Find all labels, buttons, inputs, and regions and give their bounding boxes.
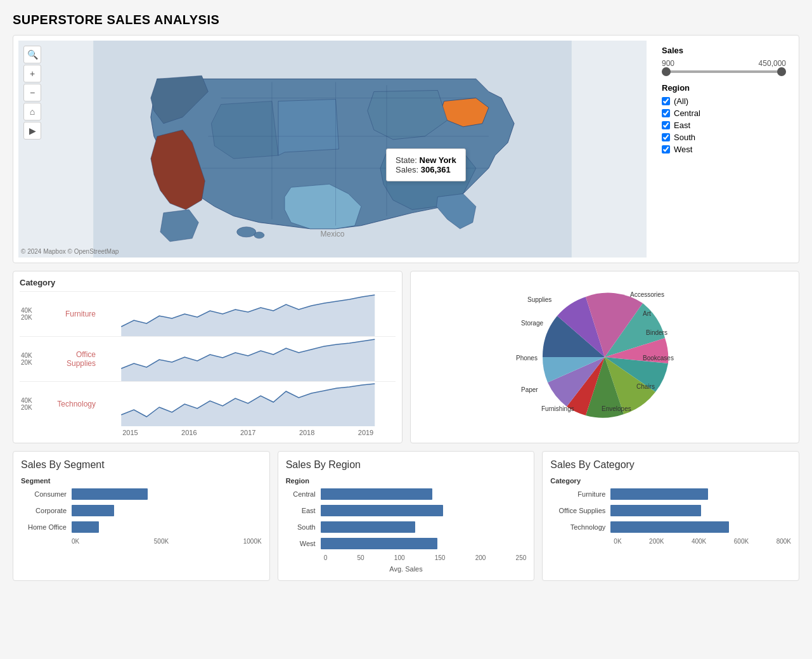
furniture-sparkline bbox=[101, 292, 396, 336]
segment-bar-fill-2 bbox=[72, 521, 99, 533]
category-bar-fill-0 bbox=[610, 488, 708, 500]
sales-slider-right-thumb[interactable] bbox=[777, 67, 786, 76]
region-checkbox-All[interactable] bbox=[662, 97, 670, 105]
category-x-labels: 2015 2016 2017 2018 2019 bbox=[20, 429, 396, 436]
region-checkbox-item-0: (All) bbox=[662, 96, 786, 106]
tech-sparkline bbox=[101, 382, 396, 426]
segment-chart-title: Sales By Segment bbox=[21, 459, 262, 471]
map-copyright: © 2024 Mapbox © OpenStreetMap bbox=[21, 248, 119, 255]
tech-label: Technology bbox=[44, 400, 101, 408]
furniture-y-bot: 20K bbox=[21, 314, 42, 321]
region-checkbox-item-1: Central bbox=[662, 108, 786, 118]
region-bar-row-1: East bbox=[286, 505, 527, 516]
x-label-2018: 2018 bbox=[299, 429, 314, 436]
region-checkbox-item-4: West bbox=[662, 145, 786, 154]
segment-bar-fill-1 bbox=[72, 505, 114, 516]
segment-bar-fill-0 bbox=[72, 488, 148, 500]
svg-point-2 bbox=[237, 227, 256, 237]
region-bar-label-3: West bbox=[286, 540, 321, 547]
pie-label-phones: Phones bbox=[516, 355, 538, 362]
filter-panel: Sales 900 450,000 Region (All)CentralEas… bbox=[654, 41, 794, 258]
tooltip-state-label: State: bbox=[396, 155, 417, 165]
tooltip-sales-value: 306,361 bbox=[421, 165, 451, 174]
sales-slider-left-thumb[interactable] bbox=[662, 67, 671, 76]
home-button[interactable]: ⌂ bbox=[23, 103, 41, 121]
region-bar-fill-2 bbox=[321, 521, 416, 533]
search-button[interactable]: 🔍 bbox=[23, 46, 41, 63]
map-controls: 🔍 + − ⌂ ▶ bbox=[23, 46, 41, 140]
map-mexico-label: Mexico bbox=[320, 230, 344, 238]
sparkline-furniture-row: 40K 20K Furniture bbox=[20, 291, 396, 336]
map-container: 🔍 + − ⌂ ▶ bbox=[18, 41, 647, 258]
pie-chart-wrapper: Accessories Art Binders Bookcases Chairs… bbox=[459, 284, 751, 430]
region-bar-label-2: South bbox=[286, 523, 321, 531]
pie-label-paper: Paper bbox=[521, 386, 538, 393]
svg-point-3 bbox=[254, 232, 264, 238]
segment-bar-row-2: Home Office bbox=[21, 521, 262, 533]
map-tooltip: State: New York Sales: 306,361 bbox=[386, 148, 466, 181]
category-bar-axis-label: Category bbox=[550, 477, 791, 485]
region-checkbox-label-1: Central bbox=[674, 108, 700, 118]
region-bar-row-0: Central bbox=[286, 488, 527, 500]
region-checkboxes: (All)CentralEastSouthWest bbox=[662, 96, 786, 154]
pie-label-storage: Storage bbox=[521, 320, 543, 327]
office-sparkline bbox=[101, 337, 396, 381]
segment-bar-label-0: Consumer bbox=[21, 490, 72, 498]
category-bar-title: Sales By Category bbox=[550, 459, 791, 471]
usa-map bbox=[18, 41, 647, 258]
pie-label-art: Art bbox=[643, 310, 651, 317]
sales-slider-track[interactable] bbox=[662, 70, 786, 73]
segment-x-ticks: 0K 500K 1000K bbox=[21, 538, 262, 545]
sparkline-office-row: 40K 20K OfficeSupplies bbox=[20, 336, 396, 381]
region-checkbox-East[interactable] bbox=[662, 121, 670, 129]
region-filter-title: Region bbox=[662, 83, 786, 93]
pie-chart-svg: Accessories Art Binders Bookcases Chairs… bbox=[510, 284, 700, 430]
region-axis-label: Region bbox=[286, 477, 527, 485]
pie-label-accessories: Accessories bbox=[630, 291, 664, 298]
region-chart-title: Sales By Region bbox=[286, 459, 527, 471]
pie-label-furnishings: Furnishings bbox=[541, 405, 574, 412]
office-label: OfficeSupplies bbox=[44, 350, 101, 368]
category-bar-fill-1 bbox=[610, 505, 701, 516]
pie-label-chairs: Chairs bbox=[636, 383, 655, 390]
segment-chart-section: Sales By Segment Segment ConsumerCorpora… bbox=[13, 451, 270, 581]
region-x-ticks: 0 50 100 150 200 250 bbox=[286, 554, 527, 561]
play-button[interactable]: ▶ bbox=[23, 122, 41, 140]
region-checkbox-label-4: West bbox=[674, 145, 692, 154]
region-checkbox-item-3: South bbox=[662, 133, 786, 142]
x-label-2017: 2017 bbox=[240, 429, 255, 436]
sales-slider-fill bbox=[662, 70, 786, 73]
office-y-bot: 20K bbox=[21, 359, 42, 366]
sparkline-tech-row: 40K 20K Technology bbox=[20, 381, 396, 426]
category-bar-row-1: Office Supplies bbox=[550, 505, 791, 516]
pie-label-bookcases: Bookcases bbox=[643, 355, 674, 362]
pie-label-supplies: Supplies bbox=[527, 296, 551, 303]
zoom-out-button[interactable]: − bbox=[23, 84, 41, 101]
region-checkbox-South[interactable] bbox=[662, 133, 670, 141]
region-bar-row-3: West bbox=[286, 538, 527, 549]
region-checkbox-item-2: East bbox=[662, 121, 786, 130]
region-checkbox-Central[interactable] bbox=[662, 109, 670, 117]
segment-bars: ConsumerCorporateHome Office bbox=[21, 488, 262, 533]
x-label-2015: 2015 bbox=[122, 429, 138, 436]
category-bar-section: Sales By Category Category FurnitureOffi… bbox=[542, 451, 799, 581]
category-bar-label-2: Technology bbox=[550, 523, 610, 531]
category-bar-fill-2 bbox=[610, 521, 729, 533]
region-checkbox-label-2: East bbox=[674, 121, 690, 130]
map-section: 🔍 + − ⌂ ▶ bbox=[13, 35, 799, 263]
category-chart-label: Category bbox=[20, 278, 396, 287]
zoom-in-button[interactable]: + bbox=[23, 65, 41, 82]
segment-bar-label-2: Home Office bbox=[21, 523, 72, 531]
segment-bar-row-0: Consumer bbox=[21, 488, 262, 500]
furniture-label: Furniture bbox=[44, 310, 101, 318]
segment-axis-label: Segment bbox=[21, 477, 262, 485]
furniture-y-top: 40K bbox=[21, 307, 42, 314]
region-bar-row-2: South bbox=[286, 521, 527, 533]
region-bar-label-1: East bbox=[286, 507, 321, 514]
pie-label-binders: Binders bbox=[646, 329, 667, 336]
region-bar-label-0: Central bbox=[286, 490, 321, 498]
sales-min-label: 900 bbox=[662, 59, 674, 68]
category-x-ticks: 0K 200K 400K 600K 800K bbox=[550, 538, 791, 545]
region-chart-section: Sales By Region Region CentralEastSouthW… bbox=[278, 451, 535, 581]
region-checkbox-West[interactable] bbox=[662, 145, 670, 153]
